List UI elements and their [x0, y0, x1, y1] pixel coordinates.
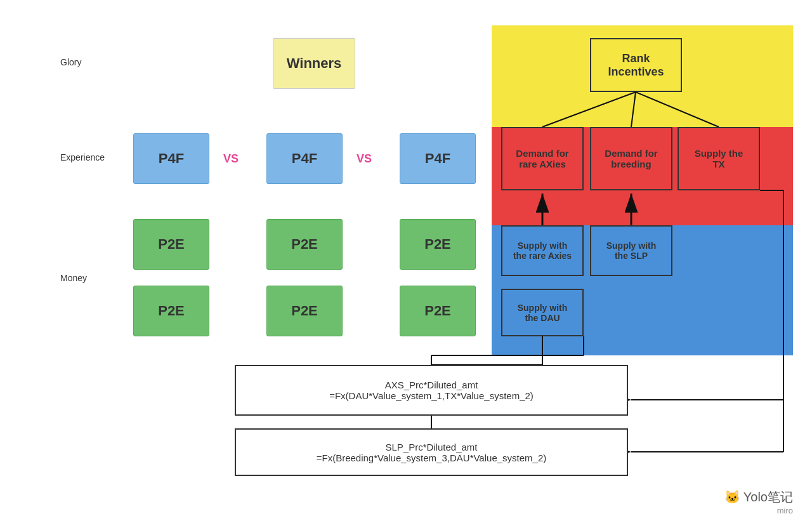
label-glory: Glory — [60, 57, 81, 67]
vs-label-1: VS — [223, 152, 239, 166]
p4f-card-2: P4F — [266, 133, 343, 184]
p2e-card-4: P2E — [133, 286, 209, 336]
p2e-card-2: P2E — [266, 219, 343, 270]
supply-dau-box: Supply withthe DAU — [501, 289, 584, 336]
watermark-tool: miro — [724, 506, 793, 515]
demand-breeding-box: Demand forbreeding — [590, 127, 672, 190]
winners-card: Winners — [273, 38, 355, 89]
p2e-card-3: P2E — [400, 219, 476, 270]
label-money: Money — [60, 273, 87, 283]
supply-rare-box: Supply withthe rare Axies — [501, 225, 584, 276]
supply-tx-box: Supply theTX — [678, 127, 760, 190]
p4f-card-3: P4F — [400, 133, 476, 184]
rank-incentives-box: RankIncentives — [590, 38, 682, 92]
p2e-card-1: P2E — [133, 219, 209, 270]
p2e-card-6: P2E — [400, 286, 476, 336]
watermark: 🐱 Yolo笔记 miro — [724, 489, 793, 515]
formula-slp-line1: SLP_Prc*Diluted_amt — [317, 442, 547, 452]
formula-axs-line1: AXS_Prc*Diluted_amt — [329, 380, 534, 390]
vs-label-2: VS — [357, 152, 372, 166]
supply-slp-box: Supply withthe SLP — [590, 225, 672, 276]
canvas: { "labels": { "glory": "Glory", "experie… — [0, 0, 812, 528]
formula-axs-box: AXS_Prc*Diluted_amt =Fx(DAU*Value_system… — [235, 365, 628, 416]
p2e-card-5: P2E — [266, 286, 343, 336]
formula-slp-line2: =Fx(Breeding*Value_system_3,DAU*Value_sy… — [317, 452, 547, 463]
formula-axs-line2: =Fx(DAU*Value_system_1,TX*Value_system_2… — [329, 390, 534, 401]
watermark-brand: 🐱 Yolo笔记 — [724, 489, 793, 506]
demand-rare-box: Demand forrare AXies — [501, 127, 584, 190]
label-experience: Experience — [60, 152, 105, 162]
formula-slp-box: SLP_Prc*Diluted_amt =Fx(Breeding*Value_s… — [235, 428, 628, 476]
p4f-card-1: P4F — [133, 133, 209, 184]
